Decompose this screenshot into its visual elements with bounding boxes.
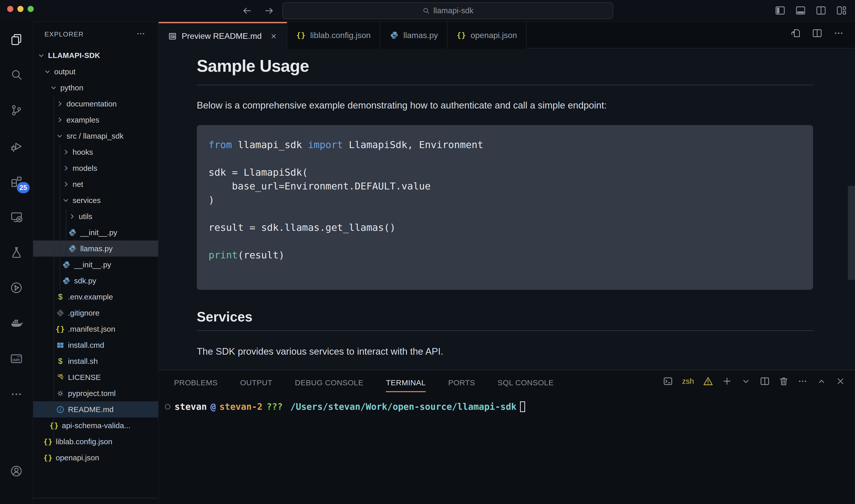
tree-item-manifest-json[interactable]: {}.manifest.json — [33, 321, 158, 337]
chevron-down-icon[interactable] — [740, 376, 751, 386]
sidebar-item-explorer[interactable] — [0, 21, 33, 57]
tree-item-readme-md[interactable]: README.md — [33, 401, 158, 417]
python-icon — [390, 31, 399, 40]
ellipsis-icon[interactable] — [833, 28, 844, 39]
code-line: result = sdk.llamas.get_llamas() — [209, 221, 801, 234]
tree-item-sdk-py[interactable]: sdk.py — [33, 273, 158, 289]
back-icon[interactable] — [242, 5, 253, 16]
sidebar-item-source-control[interactable] — [0, 92, 33, 128]
warning-icon[interactable] — [703, 376, 713, 386]
minimize-window-button[interactable] — [17, 6, 23, 12]
chevron-down-icon — [55, 131, 64, 141]
tree-item-hooks[interactable]: hooks — [33, 144, 158, 160]
chevron-right-icon — [61, 147, 71, 157]
tree-item-liblab-config-json[interactable]: {}liblab.config.json — [33, 434, 158, 450]
panel-left-icon[interactable] — [774, 5, 786, 16]
tree-item-services[interactable]: services — [33, 192, 158, 208]
tree-item-init-py[interactable]: __init__.py — [33, 257, 158, 273]
panel-tab-debug-console[interactable]: DEBUG CONSOLE — [295, 374, 363, 392]
tree-item-label: liblab.config.json — [56, 437, 112, 446]
close-icon[interactable] — [835, 376, 846, 386]
tab-openapi-json[interactable]: {}openapi.json — [448, 22, 527, 49]
tree-item-label: __init__.py — [80, 228, 117, 237]
open-preview-icon[interactable] — [790, 28, 801, 39]
code-token: LlamapiSdk, Environment — [343, 139, 483, 150]
tree-item-license[interactable]: LICENSE — [33, 369, 158, 385]
explorer-more-actions-icon[interactable] — [136, 29, 146, 39]
forward-icon[interactable] — [263, 5, 275, 16]
panel-tab-terminal[interactable]: TERMINAL — [386, 374, 426, 392]
tree-item-label: api-schema-valida... — [62, 421, 130, 430]
sidebar-item-api-client[interactable]: /API — [0, 341, 33, 376]
shell-icon: $ — [55, 291, 66, 303]
tree-item-output[interactable]: output — [33, 64, 158, 80]
panel-bottom-icon[interactable] — [795, 5, 806, 16]
tree-item-env-example[interactable]: $.env.example — [33, 289, 158, 305]
tree-item-llamapi-sdk[interactable]: LLAMAPI-SDK — [33, 48, 158, 64]
python-icon — [67, 243, 78, 254]
tab-label: llamas.py — [403, 31, 438, 40]
tree-item-init-py[interactable]: __init__.py — [33, 224, 158, 240]
remote-icon — [10, 210, 23, 223]
tree-item-install-cmd[interactable]: install.cmd — [33, 337, 158, 353]
plus-icon[interactable] — [721, 376, 732, 386]
panel-tab-ports[interactable]: PORTS — [448, 374, 475, 392]
tree-item-models[interactable]: models — [33, 160, 158, 176]
windows-icon — [55, 340, 66, 351]
terminal-prompt-line[interactable]: stevan @ stevan-2 ??? /Users/stevan/Work… — [165, 401, 525, 412]
tree-item-utils[interactable]: utils — [33, 208, 158, 224]
panel-tab-sql-console[interactable]: SQL CONSOLE — [498, 374, 554, 392]
tree-item-examples[interactable]: examples — [33, 112, 158, 128]
tab-label: Preview README.md — [182, 31, 262, 41]
tab-preview-readme-md[interactable]: Preview README.md — [159, 22, 287, 49]
tree-item-python[interactable]: python — [33, 80, 158, 96]
tree-item-label: .env.example — [68, 293, 113, 301]
layout-icon[interactable] — [836, 5, 847, 16]
split-editor-icon[interactable] — [812, 28, 823, 39]
tab-llamas-py[interactable]: llamas.py — [381, 22, 448, 49]
tree-item-openapi-json[interactable]: {}openapi.json — [33, 450, 158, 466]
python-icon — [67, 227, 78, 238]
command-center-search[interactable]: llamapi-sdk — [282, 2, 613, 19]
editor-scrollbar[interactable] — [848, 186, 855, 280]
sidebar-item-docker[interactable] — [0, 305, 33, 341]
sidebar-item-search[interactable] — [0, 57, 33, 92]
api-icon: /API — [10, 352, 23, 365]
tree-item-gitignore[interactable]: .gitignore — [33, 305, 158, 321]
chevron-up-icon[interactable] — [816, 376, 827, 386]
tree-item-pyproject-toml[interactable]: pyproject.toml — [33, 385, 158, 401]
trash-icon[interactable] — [778, 376, 789, 386]
sidebar-item-live-share[interactable] — [0, 270, 33, 305]
sidebar-item-run-debug[interactable] — [0, 128, 33, 163]
tab-liblab-config-json[interactable]: {}liblab.config.json — [287, 22, 381, 49]
indent-guide — [66, 209, 67, 258]
split-panel-icon[interactable] — [760, 376, 770, 386]
sidebar-item-remote-explorer[interactable] — [0, 199, 33, 234]
sidebar-item-account[interactable] — [0, 453, 33, 489]
tree-item-install-sh[interactable]: $install.sh — [33, 353, 158, 369]
panel-tab-problems[interactable]: PROBLEMS — [174, 374, 218, 392]
tree-item-src-llamapi-sdk[interactable]: src / llamapi_sdk — [33, 128, 158, 144]
tree-item-net[interactable]: net — [33, 176, 158, 192]
close-window-button[interactable] — [7, 6, 13, 12]
sidebar-item-extensions[interactable]: 25 — [0, 163, 33, 199]
tree-item-label: documentation — [67, 100, 117, 108]
tree-item-documentation[interactable]: documentation — [33, 96, 158, 112]
panel-tab-output[interactable]: OUTPUT — [240, 374, 273, 392]
code-token: sdk = LlamapiSdk( — [209, 167, 308, 178]
split-editor-icon[interactable] — [815, 5, 827, 16]
zoom-window-button[interactable] — [28, 6, 34, 12]
tree-item-llamas-py[interactable]: llamas.py — [33, 240, 158, 257]
code-line: base_url=Environment.DEFAULT.value — [209, 179, 801, 193]
ellipsis-icon[interactable] — [797, 376, 808, 386]
terminal-icon[interactable] — [663, 376, 673, 386]
markdown-preview[interactable]: Sample Usage Below is a comprehensive ex… — [159, 49, 855, 370]
search-icon — [422, 7, 430, 15]
outline-section-header[interactable]: OUTLINE — [33, 500, 158, 504]
terminal-host: stevan-2 — [220, 402, 263, 412]
close-icon[interactable] — [270, 32, 278, 40]
chevron-down-icon — [36, 51, 46, 60]
sidebar-item-more[interactable] — [0, 376, 33, 412]
sidebar-item-testing[interactable] — [0, 234, 33, 270]
tree-item-api-schema-valida[interactable]: {}api-schema-valida... — [33, 417, 158, 434]
